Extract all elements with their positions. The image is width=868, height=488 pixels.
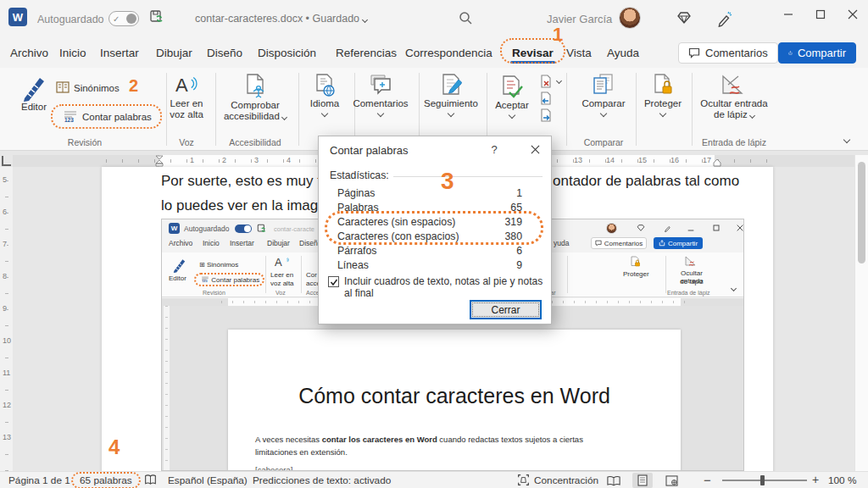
ruler-number: 15: [638, 156, 647, 164]
accept-icon: [499, 75, 525, 100]
dialog-title-bar[interactable]: Contar palabras ?: [319, 136, 551, 162]
collapse-ribbon-chevron-icon[interactable]: [843, 136, 850, 143]
close-button[interactable]: [837, 0, 868, 29]
language-icon: [313, 73, 337, 98]
embedded-synonyms: ⊞ Sinónimos: [199, 261, 238, 269]
premium-diamond-icon[interactable]: [676, 10, 692, 29]
embedded-tab-ayuda-partial: yuda: [554, 239, 569, 247]
read-aloud-button[interactable]: A Leer en voz alta: [164, 73, 209, 120]
tab-archivo[interactable]: Archivo: [7, 45, 52, 61]
tab-dibujar[interactable]: Dibujar: [153, 45, 196, 61]
protect-button[interactable]: Proteger: [637, 73, 688, 116]
hide-ink-button[interactable]: Ocultar entrada de lápiz: [693, 73, 775, 120]
zoom-out-button[interactable]: −: [704, 473, 711, 487]
check-icon: ✓: [113, 14, 120, 24]
tab-correspondencia[interactable]: Correspondencia: [402, 45, 496, 61]
language-button[interactable]: Idioma: [300, 73, 349, 116]
dialog-help-button[interactable]: ?: [480, 136, 509, 162]
reject-change-button[interactable]: [539, 75, 561, 88]
embedded-word-count: 123 Contar palabras: [201, 276, 259, 284]
proofing-book-icon[interactable]: [144, 474, 157, 488]
tab-inicio[interactable]: Inicio: [56, 45, 90, 61]
accept-button[interactable]: Aceptar: [488, 75, 536, 118]
ruler-number: 5: [3, 175, 7, 184]
presenter-pen-icon[interactable]: [716, 10, 733, 30]
divider: [215, 73, 216, 146]
autosave-toggle[interactable]: ✓: [108, 11, 139, 26]
vertical-ruler[interactable]: 5 6 7 8 9 10 11 12 13: [0, 167, 13, 471]
dialog-cerrar-button[interactable]: Cerrar: [470, 300, 542, 319]
text-predictions-indicator[interactable]: Predicciones de texto: activado: [253, 474, 391, 486]
embedded-comments-button: Comentarios: [591, 237, 647, 249]
web-layout-button[interactable]: [661, 473, 682, 488]
zoom-slider-track[interactable]: [722, 480, 807, 481]
embedded-tab: Dibujar: [267, 239, 290, 247]
tab-referencias[interactable]: Referencias: [332, 45, 400, 61]
focus-mode-button[interactable]: Concentración: [534, 474, 598, 486]
tracking-button[interactable]: Seguimiento: [420, 73, 481, 116]
ruler-number: 3: [254, 156, 259, 164]
word-count-indicator[interactable]: 65 palabras: [71, 472, 141, 488]
chevron-down-icon: [659, 110, 666, 117]
share-button[interactable]: Compartir: [778, 42, 856, 64]
divider: [298, 73, 299, 146]
group-label-entrada-lapiz: Entrada de lápiz: [693, 137, 775, 147]
chevron-down-icon: [362, 17, 368, 23]
word-count-icon: 123: [63, 110, 78, 123]
divider: [636, 73, 637, 146]
word-logo-icon[interactable]: W: [8, 8, 27, 26]
tab-ayuda[interactable]: Ayuda: [604, 45, 643, 61]
print-layout-button[interactable]: [632, 473, 653, 488]
svg-text:123: 123: [64, 117, 74, 123]
include-textboxes-checkbox[interactable]: [328, 276, 339, 287]
zoom-slider-handle[interactable]: [760, 475, 765, 485]
editor-button[interactable]: Editor: [12, 73, 56, 113]
toggle-knob: [126, 14, 136, 24]
group-label-voz: Voz: [163, 137, 210, 147]
divider: [692, 73, 693, 146]
search-icon[interactable]: [458, 10, 473, 29]
page-indicator[interactable]: Página 1 de 1: [8, 474, 70, 486]
document-text-line1-right: ontador de palabras tal como: [553, 173, 739, 190]
chevron-down-icon: [377, 110, 384, 117]
tab-revisar[interactable]: Revisar: [509, 45, 557, 61]
vertical-scrollbar[interactable]: [854, 155, 868, 471]
zoom-level[interactable]: 100 %: [828, 474, 856, 486]
read-mode-button[interactable]: [604, 473, 624, 488]
document-title[interactable]: contar-caracteres.docx • Guardado: [195, 13, 367, 25]
title-bar: W Autoguardado ✓ contar-caracteres.docx …: [0, 0, 868, 39]
scrollbar-thumb[interactable]: [858, 162, 865, 263]
embedded-doc-title: contar-caracteres.do: [274, 225, 314, 233]
tab-disposicion[interactable]: Disposición: [254, 45, 320, 61]
tab-vista[interactable]: Vista: [563, 45, 595, 61]
tab-insertar[interactable]: Insertar: [97, 45, 142, 61]
zoom-in-button[interactable]: +: [812, 473, 819, 486]
chevron-down-icon: [281, 114, 287, 120]
read-aloud-icon: A: [174, 73, 199, 98]
chevron-down-icon: [749, 113, 755, 119]
save-sync-icon[interactable]: [149, 9, 164, 27]
synonyms-button[interactable]: Sinónimos: [56, 81, 120, 94]
embedded-vertical-ruler: [164, 306, 170, 471]
compare-button[interactable]: Comparar: [575, 73, 632, 116]
dialog-close-button[interactable]: [520, 136, 549, 162]
right-indent-marker[interactable]: [713, 158, 721, 167]
indent-marker[interactable]: [155, 155, 164, 167]
tab-selector[interactable]: [2, 156, 11, 166]
check-accessibility-button[interactable]: Comprobar accesibilidad: [217, 73, 293, 122]
previous-change-button[interactable]: [539, 92, 553, 105]
maximize-button[interactable]: [805, 0, 836, 29]
language-indicator[interactable]: Español (España): [168, 474, 248, 486]
avatar[interactable]: [619, 7, 641, 29]
embedded-autosave-label: Autoguardado: [184, 225, 229, 233]
embedded-word-logo-icon: W: [169, 223, 180, 234]
next-change-button[interactable]: [539, 108, 553, 122]
focus-icon[interactable]: [517, 474, 530, 488]
minimize-button[interactable]: [773, 0, 804, 29]
word-count-button[interactable]: 123 Contar palabras: [56, 108, 159, 125]
comment-bubble-icon: [688, 47, 700, 58]
ribbon-comments-button[interactable]: Comentarios: [349, 73, 412, 116]
embedded-close-icon: [737, 225, 743, 231]
tab-diseno[interactable]: Diseño: [203, 45, 246, 61]
comments-button[interactable]: Comentarios: [678, 42, 778, 64]
